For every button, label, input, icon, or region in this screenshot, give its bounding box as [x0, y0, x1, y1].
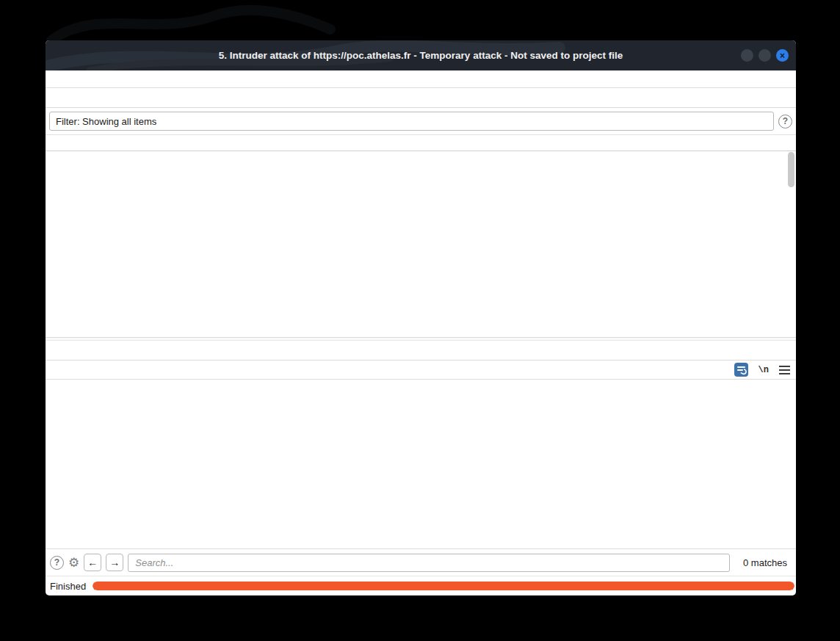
editor-menu-icon[interactable]: [779, 366, 790, 374]
titlebar: 5. Intruder attack of https://poc.athela…: [46, 40, 796, 70]
match-count: 0 matches: [734, 557, 790, 568]
newline-toggle-icon[interactable]: \n: [758, 365, 769, 375]
results-scrollbar[interactable]: [787, 152, 795, 337]
attack-progress-fill: [93, 582, 794, 590]
window-title: 5. Intruder attack of https://poc.athela…: [219, 50, 623, 61]
help-icon[interactable]: ?: [778, 115, 792, 128]
minimize-button[interactable]: [741, 49, 753, 62]
prettify-icon[interactable]: [734, 363, 748, 377]
response-editor[interactable]: [46, 380, 796, 548]
search-settings-gear-icon[interactable]: ⚙: [68, 557, 79, 569]
message-tab-bar: [46, 341, 796, 361]
main-tab-bar: [46, 88, 796, 108]
kali-wallpaper-dragon-decoration: [29, 0, 338, 44]
search-input[interactable]: [128, 554, 730, 572]
intruder-window: 5. Intruder attack of https://poc.athela…: [46, 40, 796, 595]
window-controls: ×: [741, 40, 789, 70]
attack-status-label: Finished: [50, 581, 86, 592]
close-button[interactable]: ×: [776, 49, 789, 62]
next-match-button[interactable]: →: [106, 554, 123, 571]
attack-progress-bar: [93, 582, 794, 590]
desktop: 5. Intruder attack of https://poc.athela…: [0, 0, 840, 641]
scrollbar-thumb[interactable]: [788, 152, 794, 187]
menu-bar: [46, 70, 796, 88]
view-tab-bar: \n: [46, 361, 796, 380]
filter-bar[interactable]: Filter: Showing all items: [49, 112, 774, 131]
editor-search-bar: ? ⚙ ← → 0 matches: [46, 548, 796, 576]
previous-match-button[interactable]: ←: [84, 554, 101, 571]
maximize-button[interactable]: [758, 49, 771, 62]
search-help-icon[interactable]: ?: [50, 556, 64, 570]
filter-bar-row: Filter: Showing all items ?: [46, 108, 796, 134]
results-table: [46, 134, 796, 337]
attack-status-bar: Finished: [46, 576, 796, 595]
results-table-header: [46, 135, 796, 151]
